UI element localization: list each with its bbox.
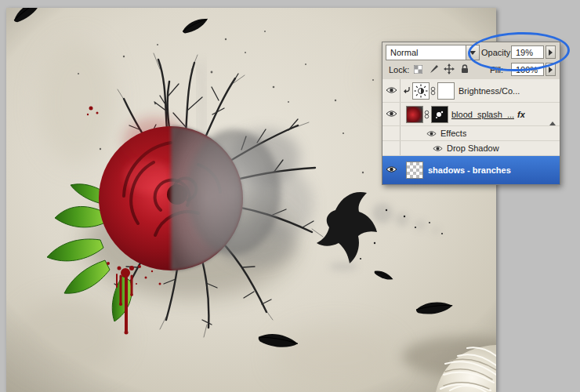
fill-label: Fill: <box>490 65 503 74</box>
fill-flyout-button[interactable] <box>546 63 556 76</box>
lock-position-icon[interactable] <box>443 63 455 75</box>
brightness-adjustment-icon[interactable] <box>412 82 430 100</box>
lock-buttons <box>411 63 471 75</box>
eye-icon[interactable] <box>386 165 397 175</box>
layer-thumbnail[interactable] <box>406 106 423 123</box>
layers-panel-controls: Normal Opacity: 19% Lock: <box>382 42 560 80</box>
layer-mask-thumbnail[interactable] <box>437 82 455 100</box>
expand-effects-icon[interactable] <box>549 112 556 122</box>
opacity-flyout-button[interactable] <box>546 45 556 59</box>
checkerboard-thumbnail[interactable] <box>406 162 423 179</box>
layer-row-effects[interactable]: Effects <box>382 126 560 141</box>
layer-name: Brightness/Co... <box>459 86 520 96</box>
photoshop-workspace: Normal Opacity: 19% Lock: <box>0 0 580 392</box>
eye-icon[interactable] <box>386 110 397 119</box>
chain-link-icon <box>424 110 430 121</box>
chevron-down-icon[interactable] <box>466 45 479 60</box>
layer-list: Brightness/Co... blood_splash_... fx <box>382 79 560 184</box>
clipping-arrow-icon <box>403 86 411 96</box>
layer-name: blood_splash_... <box>451 110 514 119</box>
lock-pixels-icon[interactable] <box>427 63 440 75</box>
layer-name: shadows - branches <box>428 165 511 175</box>
lock-label: Lock: <box>389 65 409 74</box>
fill-input[interactable]: 100% <box>511 63 544 76</box>
lock-transparency-icon[interactable] <box>411 63 424 75</box>
layer-row-brightness[interactable]: Brightness/Co... <box>382 79 560 103</box>
eye-icon[interactable] <box>386 86 397 96</box>
chain-link-icon <box>430 86 436 97</box>
effects-label: Effects <box>440 129 466 138</box>
drop-shadow-label: Drop Shadow <box>447 143 499 153</box>
opacity-value: 19% <box>516 48 533 57</box>
layer-row-shadows-branches[interactable]: shadows - branches <box>382 156 560 184</box>
layer-row-blood-splash[interactable]: blood_splash_... fx <box>382 103 560 126</box>
layer-mask-thumbnail[interactable] <box>431 106 448 123</box>
layer-row-drop-shadow[interactable]: Drop Shadow <box>382 141 560 156</box>
layers-panel: Normal Opacity: 19% Lock: <box>382 42 560 185</box>
blend-mode-value: Normal <box>386 48 466 57</box>
opacity-input[interactable]: 19% <box>511 45 544 59</box>
blend-mode-select[interactable]: Normal <box>386 45 480 60</box>
fill-value: 100% <box>516 65 538 74</box>
eye-icon[interactable] <box>433 145 443 152</box>
opacity-label: Opacity: <box>481 48 513 57</box>
lock-all-icon[interactable] <box>459 63 471 75</box>
eye-icon[interactable] <box>426 130 437 137</box>
fx-icon: fx <box>517 110 525 119</box>
